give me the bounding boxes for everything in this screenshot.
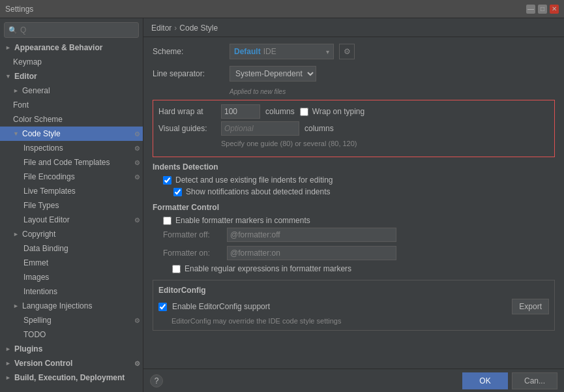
export-button[interactable]: Export bbox=[512, 299, 549, 314]
sidebar-item-font[interactable]: Font bbox=[0, 98, 143, 112]
sidebar-item-build-execution[interactable]: Build, Execution, Deployment bbox=[0, 370, 143, 385]
show-notifications-row: Show notifications about detected indent… bbox=[153, 187, 555, 196]
sidebar-item-intentions[interactable]: Intentions bbox=[0, 284, 143, 299]
hard-wrap-label: Hard wrap at bbox=[158, 107, 216, 116]
wrap-on-typing-checkbox[interactable] bbox=[300, 108, 308, 116]
sidebar-item-label: Code Style bbox=[22, 129, 61, 138]
search-icon: 🔍 bbox=[8, 26, 18, 35]
dropdown-arrow-icon: ▾ bbox=[326, 48, 329, 55]
scheme-ide-label: IDE bbox=[263, 47, 276, 56]
sidebar-item-label: Copyright bbox=[22, 230, 55, 239]
scheme-row: Scheme: Default IDE ▾ ⚙ bbox=[153, 44, 555, 59]
sidebar-item-plugins[interactable]: Plugins bbox=[0, 342, 143, 356]
editorconfig-enable-checkbox[interactable] bbox=[158, 303, 167, 311]
sidebar-item-version-control[interactable]: Version Control ⚙ bbox=[0, 356, 143, 370]
sidebar-item-images[interactable]: Images bbox=[0, 270, 143, 284]
detect-indents-row: Detect and use existing file indents for… bbox=[153, 175, 555, 185]
applied-note: Applied to new files bbox=[230, 87, 555, 96]
right-panel: Editor › Code Style Scheme: Default IDE … bbox=[143, 18, 564, 392]
scheme-label: Scheme: bbox=[153, 47, 224, 56]
detect-indents-label: Detect and use existing file indents for… bbox=[175, 175, 333, 185]
minimize-button[interactable]: — bbox=[526, 5, 535, 14]
settings-icon: ⚙ bbox=[134, 173, 140, 181]
breadcrumb-parent: Editor bbox=[151, 23, 171, 33]
settings-icon: ⚙ bbox=[134, 360, 140, 367]
sidebar-item-label: File and Code Templates bbox=[23, 158, 110, 167]
sidebar-item-file-types[interactable]: File Types bbox=[0, 198, 143, 213]
sidebar-item-file-code-templates[interactable]: File and Code Templates ⚙ bbox=[0, 155, 143, 170]
sidebar-item-inspections[interactable]: Inspections ⚙ bbox=[0, 141, 143, 155]
titlebar: Settings — □ ✕ bbox=[0, 0, 564, 18]
show-notifications-checkbox[interactable] bbox=[173, 188, 182, 196]
sidebar-item-layout-editor[interactable]: Layout Editor ⚙ bbox=[0, 213, 143, 227]
settings-icon: ⚙ bbox=[134, 145, 140, 152]
breadcrumb-separator: › bbox=[174, 23, 177, 33]
detect-indents-checkbox[interactable] bbox=[163, 176, 171, 185]
sidebar-item-file-encodings[interactable]: File Encodings ⚙ bbox=[0, 170, 143, 184]
sidebar-item-label: Emmet bbox=[23, 258, 48, 267]
sidebar-item-keymap[interactable]: Keymap bbox=[0, 55, 143, 69]
sidebar-item-live-templates[interactable]: Live Templates bbox=[0, 184, 143, 198]
hard-wrap-columns-label: columns bbox=[265, 107, 295, 116]
applied-note-text: Applied to new files bbox=[230, 88, 286, 95]
sidebar-item-spelling[interactable]: Spelling ⚙ bbox=[0, 313, 143, 327]
line-separator-select[interactable]: System-Dependent bbox=[230, 66, 316, 82]
arrow-icon bbox=[5, 73, 12, 80]
sidebar-item-label: Appearance & Behavior bbox=[14, 43, 102, 52]
help-button[interactable]: ? bbox=[150, 374, 163, 387]
scheme-select[interactable]: Default IDE ▾ bbox=[230, 44, 334, 59]
settings-icon: ⚙ bbox=[134, 317, 140, 324]
sidebar-item-label: Language Injections bbox=[22, 301, 92, 310]
settings-window: Settings — □ ✕ 🔍 Appearance & Behavior bbox=[0, 0, 564, 392]
search-box[interactable]: 🔍 bbox=[4, 22, 139, 38]
arrow-icon bbox=[13, 87, 20, 94]
enable-regex-checkbox[interactable] bbox=[172, 265, 181, 273]
formatter-off-row: Formatter off: bbox=[153, 228, 555, 242]
visual-guides-input[interactable] bbox=[221, 121, 299, 136]
enable-regex-row: Enable regular expressions in formatter … bbox=[153, 264, 555, 273]
search-input[interactable] bbox=[20, 25, 134, 35]
ok-button[interactable]: OK bbox=[462, 372, 508, 389]
sidebar-item-label: Build, Execution, Deployment bbox=[14, 373, 125, 382]
sidebar-item-data-binding[interactable]: Data Binding bbox=[0, 241, 143, 256]
cancel-button[interactable]: Can... bbox=[512, 372, 557, 389]
formatter-on-label: Formatter on: bbox=[163, 249, 222, 258]
formatter-off-input[interactable] bbox=[227, 228, 396, 242]
sidebar-item-label: Version Control bbox=[14, 359, 72, 368]
main-content: 🔍 Appearance & Behavior Keymap Editor bbox=[0, 18, 564, 392]
arrow-icon bbox=[13, 130, 20, 137]
hard-wrap-box: Hard wrap at columns Wrap on typing Visu… bbox=[153, 100, 555, 157]
scheme-name: Default bbox=[234, 47, 261, 56]
sidebar-item-label: Intentions bbox=[23, 287, 57, 296]
formatter-on-row: Formatter on: bbox=[153, 246, 555, 260]
enable-markers-checkbox[interactable] bbox=[163, 217, 171, 225]
arrow-icon bbox=[5, 374, 12, 381]
close-button[interactable]: ✕ bbox=[550, 5, 559, 14]
sidebar-items: Appearance & Behavior Keymap Editor Gene… bbox=[0, 40, 143, 392]
sidebar-item-code-style[interactable]: Code Style ⚙ bbox=[0, 127, 143, 141]
sidebar-item-general[interactable]: General bbox=[0, 83, 143, 98]
sidebar-item-label: Plugins bbox=[14, 344, 42, 354]
sidebar-item-appearance[interactable]: Appearance & Behavior bbox=[0, 40, 143, 55]
sidebar-item-editor[interactable]: Editor bbox=[0, 69, 143, 83]
maximize-button[interactable]: □ bbox=[538, 5, 547, 14]
sidebar-item-emmet[interactable]: Emmet bbox=[0, 256, 143, 270]
formatter-on-input[interactable] bbox=[227, 246, 396, 260]
bottom-bar: ? OK Can... bbox=[143, 369, 564, 392]
scheme-gear-button[interactable]: ⚙ bbox=[339, 44, 355, 59]
sidebar-item-label: File Types bbox=[23, 201, 59, 210]
sidebar-item-language-injections[interactable]: Language Injections bbox=[0, 299, 143, 313]
editorconfig-hint: EditorConfig may override the IDE code s… bbox=[158, 317, 549, 325]
sidebar-item-color-scheme[interactable]: Color Scheme bbox=[0, 112, 143, 127]
visual-guides-row: Visual guides: columns bbox=[158, 121, 549, 136]
sidebar-item-label: File Encodings bbox=[23, 172, 75, 181]
line-separator-row: Line separator: System-Dependent bbox=[153, 66, 555, 82]
breadcrumb: Editor › Code Style bbox=[143, 18, 564, 37]
indents-detection-title: Indents Detection bbox=[153, 162, 555, 172]
hard-wrap-input[interactable] bbox=[221, 104, 260, 119]
visual-guides-hint: Specify one guide (80) or several (80, 1… bbox=[221, 140, 549, 147]
sidebar-item-copyright[interactable]: Copyright bbox=[0, 227, 143, 241]
sidebar-item-label: Images bbox=[23, 273, 49, 282]
sidebar-item-todo[interactable]: TODO bbox=[0, 327, 143, 342]
editorconfig-section: EditorConfig Enable EditorConfig support… bbox=[153, 280, 555, 331]
